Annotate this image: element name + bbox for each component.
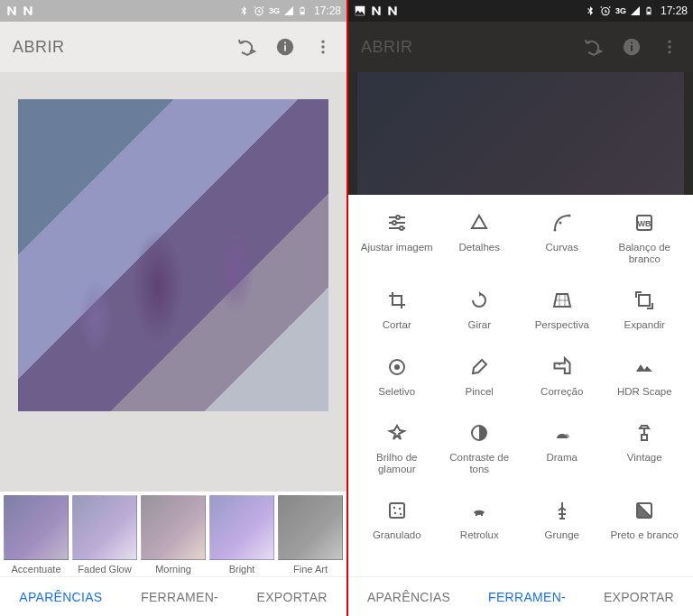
look-thumbnail <box>141 495 206 560</box>
look-item[interactable]: Morning <box>141 495 206 575</box>
screen-tools: 3G 17:28 ABRIR Ajustar imagemDetalhesCur… <box>348 0 693 616</box>
signal-icon <box>283 5 294 16</box>
dimmed-photo-backdrop <box>348 72 693 195</box>
tool-item[interactable]: Drama <box>521 421 604 475</box>
more-icon[interactable] <box>659 36 680 58</box>
tool-label: Drama <box>546 452 578 464</box>
look-label: Morning <box>141 564 206 575</box>
tool-item[interactable]: Retrolux <box>439 499 522 541</box>
tool-item[interactable]: Detalhes <box>439 211 522 265</box>
look-label: Bright <box>209 564 274 575</box>
image-canvas[interactable] <box>0 72 346 438</box>
tool-label: Preto e branco <box>611 529 679 541</box>
n-icon <box>22 5 34 17</box>
status-time: 17:28 <box>314 5 341 17</box>
app-bar: ABRIR <box>348 22 693 72</box>
tool-label: Vintage <box>627 452 662 464</box>
svg-point-15 <box>668 45 670 48</box>
n-icon <box>370 5 383 17</box>
tool-item[interactable]: HDR Scape <box>604 355 687 398</box>
tool-item[interactable]: Seletivo <box>356 355 439 398</box>
tool-item[interactable]: Perspectiva <box>521 289 604 331</box>
look-thumbnail <box>278 495 343 560</box>
look-thumbnail <box>209 495 274 560</box>
alarm-icon <box>599 5 612 17</box>
svg-rect-13 <box>631 42 633 44</box>
svg-point-5 <box>321 41 324 43</box>
tool-item[interactable]: Contraste de tons <box>439 421 522 475</box>
look-item[interactable]: Faded Glow <box>72 495 137 575</box>
tool-label: HDR Scape <box>617 386 672 398</box>
tool-label: Balanço de branco <box>608 242 680 265</box>
network-3g-icon: 3G <box>269 6 280 15</box>
tab-tools[interactable]: FERRAMEN- <box>141 590 218 604</box>
healing-icon <box>550 355 574 379</box>
svg-point-6 <box>321 45 324 48</box>
tool-item[interactable]: Brilho de glamour <box>356 421 439 475</box>
tool-label: Perspectiva <box>535 319 589 331</box>
tool-item[interactable]: Girar <box>439 289 522 331</box>
tab-export[interactable]: EXPORTAR <box>257 590 328 604</box>
tool-item[interactable]: Balanço de branco <box>604 211 687 265</box>
look-thumbnail <box>72 495 137 560</box>
tool-label: Contraste de tons <box>443 452 515 475</box>
tool-item[interactable]: Granulado <box>356 499 439 541</box>
open-button[interactable]: ABRIR <box>13 38 65 57</box>
selective-icon <box>385 355 409 379</box>
tool-item[interactable]: Ajustar imagem <box>356 211 439 265</box>
crop-icon <box>385 289 409 312</box>
tool-item[interactable]: Preto e branco <box>604 499 687 541</box>
grunge-icon <box>550 499 574 522</box>
layers-undo-icon[interactable] <box>236 36 258 58</box>
tool-item[interactable]: Correção <box>521 355 604 398</box>
tab-tools[interactable]: FERRAMEN- <box>488 590 566 604</box>
svg-rect-1 <box>300 12 303 14</box>
layers-undo-icon[interactable] <box>583 36 605 58</box>
perspective-icon <box>550 289 574 312</box>
battery-icon <box>298 5 307 17</box>
status-bar: 3G 17:28 <box>0 0 346 22</box>
info-icon[interactable] <box>621 36 642 58</box>
tab-export[interactable]: EXPORTAR <box>604 590 674 604</box>
tool-label: Expandir <box>624 319 665 331</box>
svg-rect-4 <box>284 42 286 44</box>
tools-sheet: Ajustar imagemDetalhesCurvasBalanço de b… <box>348 195 693 576</box>
tool-label: Retrolux <box>460 529 499 541</box>
tool-item[interactable]: Curvas <box>521 211 604 265</box>
look-item[interactable]: Bright <box>209 495 274 575</box>
app-bar: ABRIR <box>0 22 346 72</box>
tool-label: Granulado <box>373 529 421 541</box>
tool-label: Detalhes <box>459 242 500 253</box>
more-icon[interactable] <box>312 36 334 58</box>
expand-icon <box>633 289 656 312</box>
look-thumbnail <box>4 495 69 560</box>
network-3g-icon: 3G <box>615 6 626 15</box>
tool-item[interactable]: Grunge <box>521 499 604 541</box>
open-button[interactable]: ABRIR <box>361 38 413 57</box>
screen-looks: 3G 17:28 ABRIR Accentuate <box>0 0 346 616</box>
tab-looks[interactable]: APARÊNCIAS <box>19 590 102 604</box>
n-icon <box>5 5 18 17</box>
tool-label: Grunge <box>545 529 579 541</box>
tool-item[interactable]: Expandir <box>604 289 687 331</box>
rotate-icon <box>467 289 491 312</box>
svg-point-7 <box>321 51 324 53</box>
tool-item[interactable]: Pincel <box>439 355 522 398</box>
bottom-tabs: APARÊNCIAS FERRAMEN- EXPORTAR <box>348 576 693 616</box>
brush-icon <box>467 355 491 379</box>
look-label: Accentuate <box>4 564 69 575</box>
tab-looks[interactable]: APARÊNCIAS <box>367 590 450 604</box>
svg-point-14 <box>668 41 670 43</box>
bluetooth-icon <box>238 5 249 17</box>
retrolux-icon <box>467 499 491 522</box>
tool-label: Brilho de glamour <box>361 452 433 475</box>
image-icon <box>354 5 366 17</box>
look-item[interactable]: Accentuate <box>4 495 69 575</box>
tonal-icon <box>467 421 491 445</box>
info-icon[interactable] <box>274 36 296 58</box>
tool-item[interactable]: Cortar <box>356 289 439 331</box>
looks-strip[interactable]: Accentuate Faded Glow Morning Bright Fin… <box>0 492 346 576</box>
look-item[interactable]: Fine Art <box>278 495 343 575</box>
tool-item[interactable]: Vintage <box>604 421 687 475</box>
tool-label: Cortar <box>383 319 411 331</box>
